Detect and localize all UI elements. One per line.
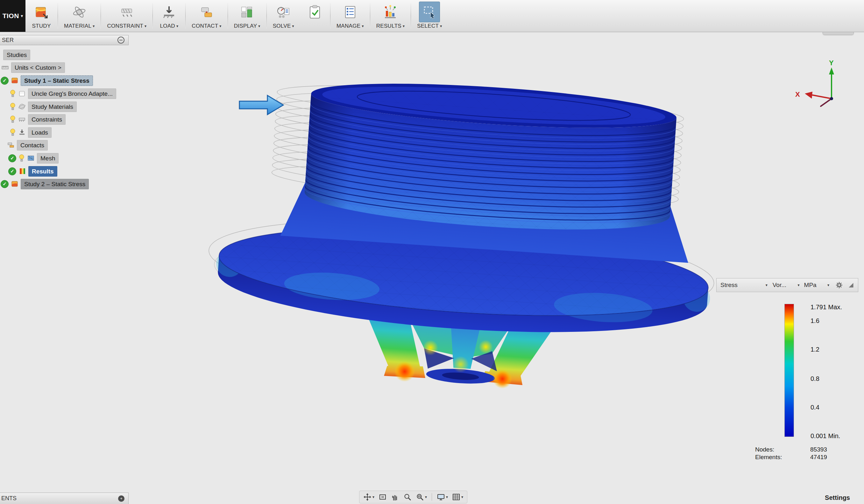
bulb-visibility-icon[interactable] [10,89,16,98]
display-settings-icon [437,493,445,501]
bulb-visibility-icon[interactable] [10,115,16,123]
chevron-down-icon: ▾ [292,24,294,28]
solved-check-icon: ✓ [8,154,16,162]
chevron-down-icon: ▾ [403,24,405,28]
results-row-label[interactable]: Results [28,166,57,176]
corner-triangle-icon [848,282,854,288]
zoom-magnifier-icon [403,493,412,501]
browser-row-study1[interactable]: ✓ Study 1 – Static Stress [1,75,93,86]
toolbar-results-button[interactable]: RESULTS▾ [371,0,411,32]
results-icon [383,4,398,20]
bulb-visibility-icon[interactable] [10,102,16,111]
bulb-visibility-icon[interactable] [19,154,25,162]
result-type-dropdown[interactable]: Stress ▾ [720,282,768,288]
study1-row-label[interactable]: Study 1 – Static Stress [21,75,93,86]
material-icon [72,4,87,20]
select-icon [422,4,437,20]
toolbar-material-button[interactable]: MATERIAL▾ [58,0,100,32]
browser-row-constraints[interactable]: Constraints [10,114,65,125]
result-component-dropdown[interactable]: Vor... ▾ [773,282,800,288]
collapse-panel-icon[interactable] [118,37,124,44]
constraints-tree-icon [18,115,26,123]
toolbar-solve-label: SOLVE [273,23,291,29]
toolbar-constraint-button[interactable]: CONSTRAINT▾ [101,0,152,32]
legend-collapse-button[interactable] [848,282,854,288]
solved-check-icon: ✓ [8,167,16,175]
nodes-label: Nodes: [755,446,774,453]
constraint-icon [119,4,134,20]
browser-row-component[interactable]: Uncle Greg's Bronco Adapte... [10,88,116,99]
toolbar-select-button[interactable]: SELECT▾ [411,0,447,32]
units-row-label[interactable]: Units < Custom > [11,62,65,73]
settings-button[interactable]: Settings [825,494,850,502]
nav-zoom-button[interactable] [403,492,412,502]
constraints-row-label[interactable]: Constraints [28,114,65,125]
result-unit-dropdown[interactable]: MPa ▾ [804,282,829,288]
nav-move-button[interactable]: ▾ [363,492,375,502]
navigation-bar: ▾ ▾ ▾ [359,491,467,503]
mesh-row-label[interactable]: Mesh [37,153,59,163]
chevron-down-icon: ▾ [440,24,442,28]
toolbar-manage-button[interactable]: MANAGE▾ [331,0,370,32]
browser-row-studies[interactable]: Studies [3,49,30,60]
workspace-selector[interactable]: TION ▾ [0,0,25,32]
comments-panel-bar[interactable]: ENTS + [0,493,129,504]
display-icon [239,4,255,20]
toolbar-separator [411,3,411,29]
browser-panel-header: SER [0,35,129,45]
browser-row-loads[interactable]: Loads [10,127,51,138]
stress-colorbar [784,304,794,437]
chevron-down-icon: ▾ [176,24,178,28]
add-comment-icon[interactable]: + [118,495,124,502]
toolbar-solve-details-button[interactable] [300,0,330,32]
toolbar-material-label: MATERIAL [64,23,91,29]
bulb-visibility-icon[interactable] [10,128,16,136]
browser-row-results[interactable]: ✓ Results [8,166,57,176]
navbar-separator [432,493,432,501]
nav-fit-button[interactable] [378,492,387,502]
gear-icon [835,281,843,289]
chevron-down-icon: ▾ [362,24,363,28]
component-cube-icon [18,90,26,97]
materials-row-label[interactable]: Study Materials [28,101,77,112]
load-icon [161,4,177,20]
display-settings-button[interactable]: ▾ [436,492,448,502]
loads-tree-icon [18,128,26,136]
colorbar-min-label: 0.001 Min. [811,432,840,440]
studies-tab[interactable]: Studies [3,50,30,60]
chevron-down-icon: ▾ [372,495,374,499]
loads-row-label[interactable]: Loads [28,127,51,138]
legend-settings-button[interactable] [835,281,843,289]
toolbar-contact-button[interactable]: CONTACT▾ [186,0,227,32]
chevron-down-icon: ▾ [798,283,800,287]
study2-row-label[interactable]: Study 2 – Static Stress [21,179,89,189]
nav-zoom-window-button[interactable]: ▾ [415,492,428,502]
chevron-down-icon: ▾ [21,14,23,18]
study-icon [34,4,49,20]
canvas-3d-viewport[interactable]: Y X [0,0,864,504]
chevron-down-icon: ▾ [827,283,829,287]
grid-snaps-button[interactable]: ▾ [452,492,464,502]
toolbar-study-button[interactable]: STUDY [25,0,57,32]
component-row-label[interactable]: Uncle Greg's Bronco Adapte... [28,88,116,99]
toolbar-display-button[interactable]: DISPLAY▾ [228,0,266,32]
toolbar-load-button[interactable]: LOAD▾ [153,0,185,32]
toolbar-contact-label: CONTACT [192,23,218,29]
browser-row-units[interactable]: Units < Custom > [1,62,65,73]
result-unit-value: MPa [804,282,817,288]
browser-row-mesh[interactable]: ✓ Mesh [8,153,59,163]
browser-row-study2[interactable]: ✓ Study 2 – Static Stress [1,179,89,189]
colorbar-tick-label: 1.2 [811,346,819,353]
nav-pan-button[interactable] [390,492,400,502]
toolbar-solve-button[interactable]: SOLVE▾ [267,0,300,32]
chevron-down-icon: ▾ [766,283,768,287]
results-legend-toolbar: Stress ▾ Vor... ▾ MPa ▾ [716,278,858,292]
contacts-row-label[interactable]: Contacts [17,140,48,150]
chevron-down-icon: ▾ [93,24,95,28]
materials-sphere-icon [18,103,26,110]
browser-row-contacts[interactable]: Contacts [7,140,48,150]
stress-model [201,69,726,402]
browser-row-materials[interactable]: Study Materials [10,101,77,112]
chevron-down-icon: ▾ [446,495,448,499]
fit-view-icon [379,493,387,501]
